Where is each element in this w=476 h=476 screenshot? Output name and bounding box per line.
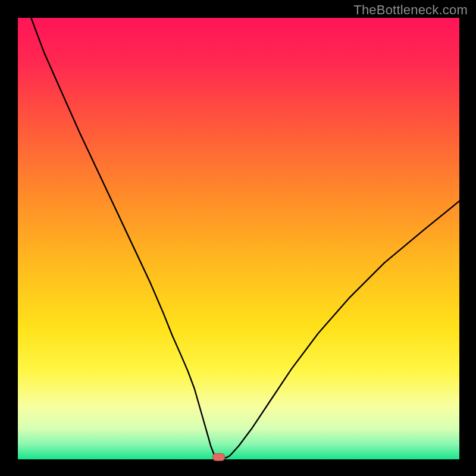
- gradient-background: [18, 18, 459, 459]
- optimal-point-marker: [213, 453, 225, 461]
- watermark-text: TheBottleneck.com: [353, 2, 468, 18]
- bottleneck-chart: [0, 0, 476, 476]
- chart-stage: TheBottleneck.com: [0, 0, 476, 476]
